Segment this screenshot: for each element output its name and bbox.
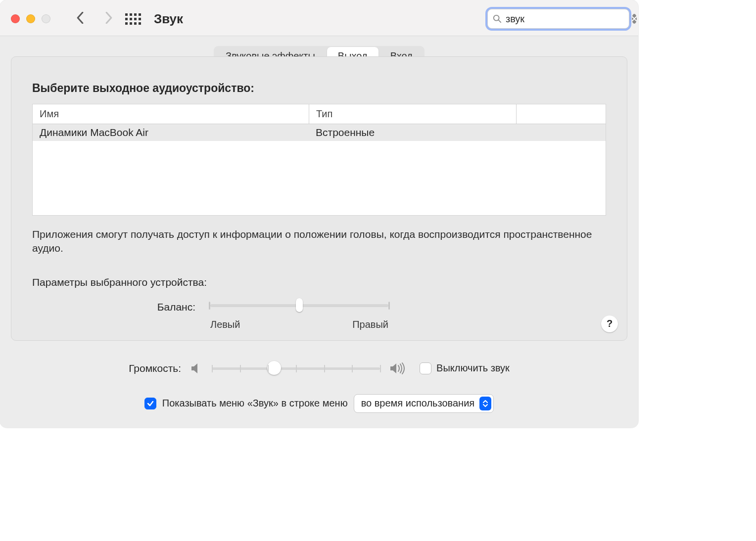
column-type[interactable]: Тип	[309, 104, 517, 124]
select-value: во время использования	[361, 398, 475, 409]
mute-checkbox[interactable]	[420, 362, 431, 374]
output-heading: Выберите выходное аудиоустройство:	[32, 82, 606, 95]
back-button[interactable]	[73, 12, 88, 26]
device-name: Динамики MacBook Air	[33, 124, 309, 141]
select-stepper-icon	[479, 397, 491, 410]
balance-label: Баланс:	[32, 300, 195, 313]
help-button[interactable]: ?	[601, 316, 618, 332]
forward-button	[101, 12, 116, 26]
window-title: Звук	[154, 11, 183, 27]
column-name[interactable]: Имя	[33, 104, 309, 124]
show-in-menubar-label: Показывать меню «Звук» в строке меню	[162, 398, 348, 409]
spatial-audio-note: Приложения смогут получать доступ к инфо…	[32, 227, 606, 256]
window-toolbar: Звук	[0, 0, 638, 36]
table-empty-area	[33, 141, 606, 215]
clear-search-button[interactable]	[632, 14, 637, 24]
output-panel: Выберите выходное аудиоустройство: Имя Т…	[11, 56, 627, 341]
close-window-button[interactable]	[11, 14, 20, 23]
svg-point-0	[494, 15, 499, 21]
balance-slider[interactable]	[210, 300, 388, 311]
volume-slider[interactable]	[212, 363, 380, 374]
search-field	[487, 9, 629, 29]
table-row[interactable]: Динамики MacBook Air Встроенные	[33, 124, 606, 141]
balance-right-label: Правый	[352, 319, 388, 330]
mute-label: Выключить звук	[436, 362, 510, 374]
selected-device-heading: Параметры выбранного устройства:	[32, 276, 606, 288]
all-preferences-button[interactable]	[125, 13, 141, 25]
device-type: Встроенные	[309, 124, 516, 141]
volume-min-icon	[190, 362, 203, 374]
minimize-window-button[interactable]	[26, 14, 35, 23]
volume-max-icon	[389, 362, 406, 374]
preferences-window: Звук Звуковые эффекты Выход Вход Выберит…	[0, 0, 638, 428]
svg-line-1	[499, 20, 501, 23]
show-in-menubar-checkbox[interactable]	[144, 398, 156, 409]
menubar-visibility-select[interactable]: во время использования	[354, 394, 494, 413]
output-device-table: Имя Тип Динамики MacBook Air Встроенные	[32, 104, 606, 216]
balance-left-label: Левый	[210, 319, 240, 330]
volume-label: Громкость:	[129, 362, 181, 374]
search-icon	[493, 14, 502, 23]
fullscreen-window-button	[42, 14, 50, 23]
search-input[interactable]	[505, 13, 632, 25]
